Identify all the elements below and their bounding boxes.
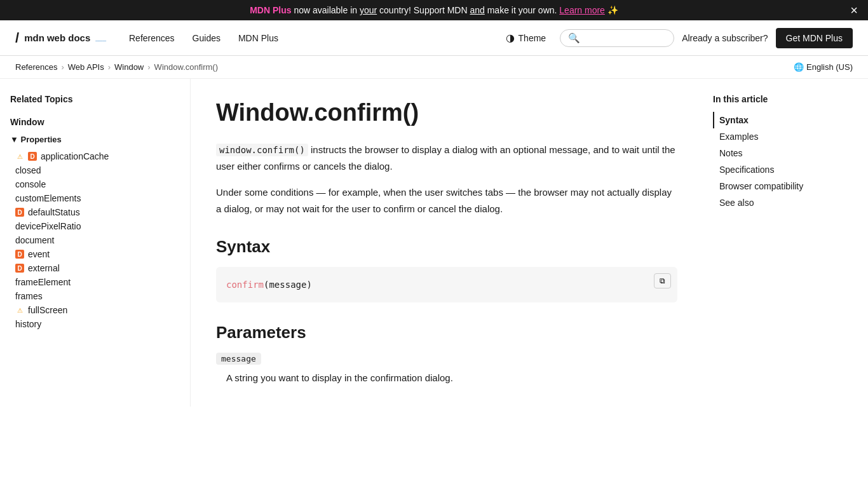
right-sidebar: In this article Syntax Examples Notes Sp… (703, 79, 868, 407)
syntax-code-block: confirm(message) ⧉ (216, 267, 677, 302)
toc-item-browser-compatibility[interactable]: Browser compatibility (713, 178, 858, 194)
main-nav: / mdn web docs ___ References Guides MDN… (0, 20, 868, 56)
sidebar-item-frameelement[interactable]: frameElement (10, 275, 180, 289)
sidebar-item-console[interactable]: console (10, 177, 180, 191)
breadcrumb-current: Window.confirm() (154, 62, 218, 72)
syntax-heading: Syntax (216, 237, 677, 257)
breadcrumb-references[interactable]: References (15, 62, 57, 72)
sidebar-item-fullscreen[interactable]: ⚠ fullScreen (10, 303, 180, 317)
breadcrumb: References › Web APIs › Window › Window.… (0, 56, 868, 79)
warning-icon: ⚠ (15, 152, 24, 161)
nav-references[interactable]: References (121, 28, 182, 48)
sidebar-item-customelements[interactable]: customElements (10, 191, 180, 205)
banner-learn-more[interactable]: Learn more (559, 5, 605, 15)
get-mdn-plus-button[interactable]: Get MDN Plus (776, 28, 853, 48)
sidebar-item-label: console (15, 179, 46, 189)
sidebar-title: Related Topics (10, 94, 180, 104)
theme-button[interactable]: ◑ Theme (499, 28, 553, 48)
sidebar-item-label: external (28, 263, 60, 273)
sidebar-item-label: event (28, 249, 50, 259)
sidebar-item-closed[interactable]: closed (10, 163, 180, 177)
description-2: Under some conditions — for example, whe… (216, 184, 677, 217)
search-input[interactable] (584, 33, 666, 43)
properties-header-label: ▼ Properties (10, 135, 62, 144)
half-circle-icon: ◑ (506, 32, 515, 44)
param-name-tag: message (216, 353, 261, 365)
deprecated-badge: D (28, 152, 37, 161)
description-1: window.confirm() instructs the browser t… (216, 142, 677, 174)
toc-item-see-also[interactable]: See also (713, 194, 858, 211)
sidebar-item-event[interactable]: D event (10, 247, 180, 261)
sidebar-item-label: defaultStatus (28, 207, 80, 217)
toc-item-syntax[interactable]: Syntax (713, 112, 858, 128)
sidebar-item-external[interactable]: D external (10, 261, 180, 275)
main-content: Window.confirm() window.confirm() instru… (191, 79, 703, 407)
sidebar-item-document[interactable]: document (10, 233, 180, 247)
sidebar-item-applicationcache[interactable]: ⚠ D applicationCache (10, 149, 180, 163)
language-label: English (US) (806, 62, 853, 72)
sidebar-item-label: fullScreen (28, 305, 67, 315)
close-banner-button[interactable]: × (850, 3, 858, 18)
toc-item-examples[interactable]: Examples (713, 128, 858, 145)
banner-emoji: ✨ (607, 5, 618, 15)
deprecated-badge: D (15, 250, 24, 259)
page-layout: Related Topics Window ▼ Properties ⚠ D a… (0, 79, 868, 407)
param-description: A string you want to display in the conf… (216, 370, 677, 386)
nav-guides[interactable]: Guides (185, 28, 228, 48)
sidebar-item-label: history (15, 319, 41, 329)
sidebar-item-frames[interactable]: frames (10, 289, 180, 303)
copy-code-button[interactable]: ⧉ (654, 273, 671, 288)
subscriber-link[interactable]: Already a subscriber? (682, 33, 768, 43)
sidebar-item-label: customElements (15, 193, 81, 203)
announcement-banner: MDN Plus now available in your country! … (0, 0, 868, 20)
sidebar-item-history[interactable]: history (10, 317, 180, 331)
sidebar-item-devicepixelratio[interactable]: devicePixelRatio (10, 219, 180, 233)
banner-your: your (360, 5, 377, 15)
banner-and: and (470, 5, 484, 15)
nav-mdn-plus[interactable]: MDN Plus (231, 28, 286, 48)
banner-text-end: make it your own. (487, 5, 557, 15)
toc-title: In this article (713, 94, 858, 104)
sidebar-item-label: devicePixelRatio (15, 221, 81, 231)
logo-text: mdn web docs (24, 32, 90, 43)
toc-item-notes[interactable]: Notes (713, 145, 858, 161)
sidebar-item-label: closed (15, 165, 41, 175)
sidebar-item-label: frames (15, 291, 43, 301)
banner-text: MDN Plus now available in your country! … (250, 5, 618, 15)
mdn-plus-label: MDN Plus (250, 5, 291, 15)
site-logo[interactable]: / mdn web docs ___ (15, 30, 106, 46)
sidebar-properties-header[interactable]: ▼ Properties (10, 132, 180, 147)
sidebar-item-label: applicationCache (41, 151, 109, 161)
nav-links: References Guides MDN Plus (121, 28, 484, 48)
theme-label: Theme (519, 33, 546, 43)
banner-text-country: country! Support MDN (379, 5, 470, 15)
logo-icon: / (15, 30, 19, 46)
parameters-heading: Parameters (216, 323, 677, 342)
sidebar-item-defaultstatus[interactable]: D defaultStatus (10, 205, 180, 219)
sidebar-item-label: document (15, 235, 54, 245)
sidebar-item-label: frameElement (15, 277, 71, 287)
sidebar-window-link[interactable]: Window (10, 114, 180, 130)
breadcrumb-web-apis[interactable]: Web APIs (68, 62, 104, 72)
breadcrumb-sep-3: › (147, 62, 150, 72)
deprecated-badge: D (15, 208, 24, 217)
breadcrumb-sep-2: › (108, 62, 111, 72)
toc-item-specifications[interactable]: Specifications (713, 161, 858, 178)
breadcrumb-sep-1: › (61, 62, 64, 72)
code-keyword: confirm (226, 280, 264, 290)
search-box[interactable]: 🔍 (560, 29, 674, 47)
search-icon: 🔍 (568, 32, 580, 44)
logo-underline: ___ (95, 34, 106, 41)
warning-icon: ⚠ (15, 306, 24, 315)
language-selector[interactable]: 🌐 English (US) (794, 62, 853, 72)
globe-icon: 🌐 (794, 62, 804, 72)
breadcrumb-window[interactable]: Window (114, 62, 144, 72)
page-title: Window.confirm() (216, 99, 677, 126)
code-params: (message) (264, 280, 312, 290)
deprecated-badge: D (15, 264, 24, 273)
confirm-code-ref: window.confirm() (216, 144, 308, 156)
nav-right: ◑ Theme 🔍 Already a subscriber? Get MDN … (499, 28, 853, 48)
banner-text-middle: now available in (294, 5, 360, 15)
left-sidebar: Related Topics Window ▼ Properties ⚠ D a… (0, 79, 191, 407)
